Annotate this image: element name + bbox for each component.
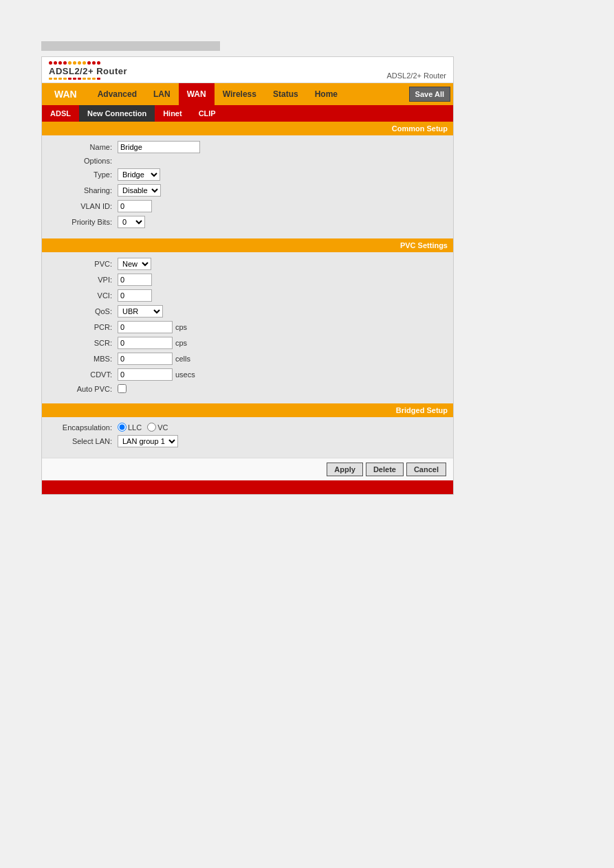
tab-new-connection[interactable]: New Connection [79,105,155,122]
scr-row: SCR: cps [56,337,439,349]
footer-bar [42,480,453,494]
bridged-setup-form: Encapsulation: LLC VC Select LAN: [42,417,453,458]
vlan-id-input[interactable] [118,200,152,212]
cdvt-label: CDVT: [56,370,118,379]
name-input[interactable] [118,141,200,153]
nav-wireless[interactable]: Wireless [215,83,265,105]
auto-pvc-label: Auto PVC: [56,385,118,393]
nav-status[interactable]: Status [265,83,307,105]
qos-label: QoS: [56,307,118,315]
qos-select[interactable]: UBR CBR VBR-rt VBR-nrt [118,305,163,318]
router-header: ADSL2/2+ Router ADSL2/2+ Router [42,57,453,83]
llc-label: LLC [128,423,142,432]
vpi-label: VPI: [56,276,118,284]
top-gray-bar [41,41,220,51]
cdvt-row: CDVT: usecs [56,368,439,381]
pcr-row: PCR: cps [56,321,439,333]
button-row: Apply Delete Cancel [42,458,453,480]
select-lan-label: Select LAN: [56,437,118,445]
header-right-text: ADSL2/2+ Router [386,71,446,80]
vlan-id-row: VLAN ID: [56,200,439,212]
pvc-label: PVC: [56,260,118,268]
encapsulation-radio-group: LLC VC [118,423,168,432]
sharing-select[interactable]: Disable Enable [118,184,161,197]
vpi-input[interactable] [118,274,152,286]
tab-hinet[interactable]: Hinet [155,105,190,122]
tab-adsl[interactable]: ADSL [42,105,79,122]
vc-label: VC [157,423,168,432]
scr-input[interactable] [118,337,173,349]
vci-label: VCI: [56,291,118,300]
mbs-label: MBS: [56,355,118,363]
vc-radio-label[interactable]: VC [147,423,168,432]
cdvt-input[interactable] [118,368,173,381]
vpi-row: VPI: [56,274,439,286]
apply-button[interactable]: Apply [327,463,363,476]
auto-pvc-row: Auto PVC: [56,384,439,393]
pvc-row: PVC: New [56,258,439,270]
mbs-unit: cells [175,355,190,363]
nav-bar: WAN Advanced LAN WAN Wireless Status Hom… [42,83,453,105]
nav-wan-label: WAN [42,83,89,105]
mbs-input[interactable] [118,353,173,365]
delete-button[interactable]: Delete [366,463,404,476]
type-label: Type: [56,170,118,179]
qos-row: QoS: UBR CBR VBR-rt VBR-nrt [56,305,439,318]
llc-radio[interactable] [118,423,127,432]
sub-nav: ADSL New Connection Hinet CLIP [42,105,453,122]
encapsulation-label: Encapsulation: [56,423,118,432]
type-row: Type: Bridge PPPoE PPPoA IPoE IPoA [56,168,439,181]
name-label: Name: [56,143,118,151]
name-row: Name: [56,141,439,153]
pvc-settings-header: PVC Settings [42,238,453,252]
nav-wan[interactable]: WAN [179,83,215,105]
vlan-id-label: VLAN ID: [56,202,118,210]
bridged-setup-header: Bridged Setup [42,403,453,417]
llc-radio-label[interactable]: LLC [118,423,142,432]
tab-clip[interactable]: CLIP [190,105,224,122]
common-setup-form: Name: Options: Type: Bridge PPPoE PPPoA … [42,135,453,238]
pvc-select[interactable]: New [118,258,151,270]
nav-home[interactable]: Home [307,83,346,105]
save-all-button[interactable]: Save All [409,87,450,102]
nav-links: Advanced LAN WAN Wireless Status Home [89,83,346,105]
select-lan-select[interactable]: LAN group 1 LAN group 2 LAN group 3 [118,435,178,447]
nav-advanced[interactable]: Advanced [89,83,145,105]
scr-label: SCR: [56,339,118,347]
common-setup-header: Common Setup [42,122,453,135]
main-content: Common Setup Name: Options: Type: Bridge… [42,122,453,494]
logo-dots-bottom [49,78,127,80]
pcr-input[interactable] [118,321,173,333]
nav-left: WAN Advanced LAN WAN Wireless Status Hom… [42,83,346,105]
priority-bits-select[interactable]: 0 1 2 3 [118,216,145,228]
mbs-row: MBS: cells [56,353,439,365]
pvc-settings-form: PVC: New VPI: VCI: QoS: UBR [42,252,453,403]
encapsulation-row: Encapsulation: LLC VC [56,423,439,432]
vci-input[interactable] [118,289,152,302]
sharing-row: Sharing: Disable Enable [56,184,439,197]
logo-area: ADSL2/2+ Router [49,61,127,80]
nav-lan[interactable]: LAN [145,83,179,105]
vci-row: VCI: [56,289,439,302]
priority-bits-row: Priority Bits: 0 1 2 3 [56,216,439,228]
select-lan-row: Select LAN: LAN group 1 LAN group 2 LAN … [56,435,439,447]
auto-pvc-checkbox[interactable] [118,384,127,393]
priority-bits-label: Priority Bits: [56,218,118,226]
logo-title: ADSL2/2+ Router [49,66,127,76]
cancel-button[interactable]: Cancel [406,463,446,476]
options-label: Options: [56,157,118,165]
logo-dots-top [49,61,127,65]
vc-radio[interactable] [147,423,156,432]
pcr-unit: cps [175,323,187,331]
options-row: Options: [56,157,439,165]
type-select[interactable]: Bridge PPPoE PPPoA IPoE IPoA [118,168,160,181]
scr-unit: cps [175,339,187,347]
pcr-label: PCR: [56,323,118,331]
cdvt-unit: usecs [175,370,195,379]
sharing-label: Sharing: [56,186,118,194]
